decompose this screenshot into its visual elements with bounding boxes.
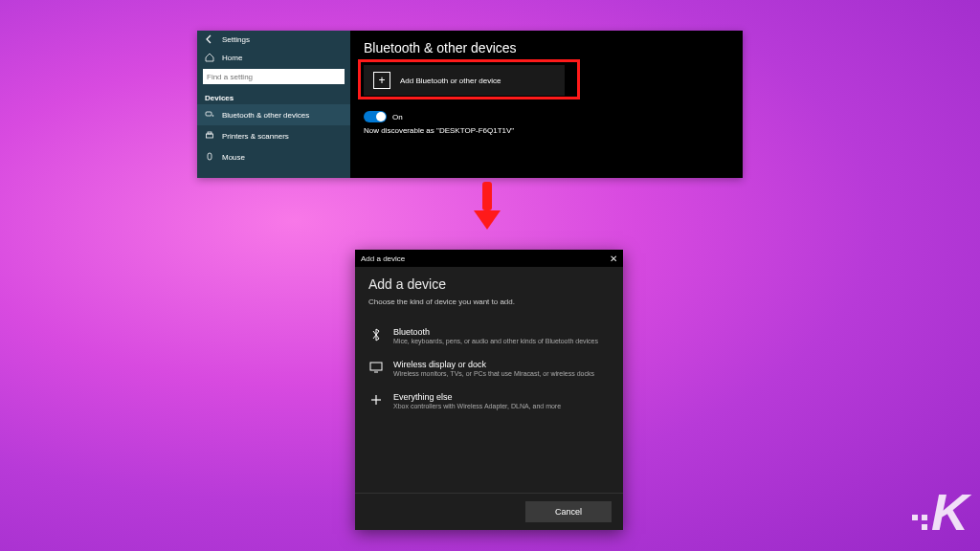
svg-rect-2 xyxy=(207,134,213,138)
bluetooth-toggle[interactable] xyxy=(364,111,387,122)
dialog-titlebar: Add a device ✕ xyxy=(355,250,623,267)
home-icon xyxy=(205,53,214,62)
dialog-title: Add a device xyxy=(361,254,405,263)
bluetooth-icon xyxy=(368,327,384,342)
back-icon[interactable] xyxy=(205,34,214,44)
toggle-label: On xyxy=(392,113,403,121)
option-desc: Mice, keyboards, pens, or audio and othe… xyxy=(393,338,598,344)
settings-sidebar: Settings Home Devices Bluetooth & other … xyxy=(197,31,350,178)
display-icon xyxy=(368,360,384,375)
logo-letter: K xyxy=(931,482,967,541)
dialog-subheading: Choose the kind of device you want to ad… xyxy=(368,298,610,306)
sidebar-item-label: Printers & scanners xyxy=(222,132,289,141)
sidebar-item-mouse[interactable]: Mouse xyxy=(197,146,350,167)
dialog-heading: Add a device xyxy=(368,276,610,292)
instruction-arrow-icon xyxy=(472,182,502,231)
svg-rect-3 xyxy=(208,132,212,134)
option-title: Everything else xyxy=(393,392,561,402)
sidebar-item-label: Mouse xyxy=(222,153,245,162)
settings-window: Settings Home Devices Bluetooth & other … xyxy=(197,31,743,178)
svg-rect-0 xyxy=(206,112,212,116)
search-input[interactable] xyxy=(203,69,345,84)
bluetooth-toggle-row: On xyxy=(364,111,729,122)
section-label-devices: Devices xyxy=(197,90,350,104)
bluetooth-devices-icon xyxy=(205,110,214,120)
settings-main: Bluetooth & other devices + Add Bluetoot… xyxy=(350,31,743,178)
add-device-label: Add Bluetooth or other device xyxy=(400,77,501,85)
sidebar-item-printers[interactable]: Printers & scanners xyxy=(197,125,350,146)
option-desc: Xbox controllers with Wireless Adapter, … xyxy=(393,403,561,409)
option-wireless-display[interactable]: Wireless display or dock Wireless monito… xyxy=(368,352,610,385)
mouse-icon xyxy=(205,152,214,162)
sidebar-header: Settings xyxy=(197,31,350,48)
svg-rect-4 xyxy=(208,153,212,160)
dialog-body: Add a device Choose the kind of device y… xyxy=(355,267,623,493)
brand-logo: K xyxy=(912,482,967,541)
option-everything-else[interactable]: Everything else Xbox controllers with Wi… xyxy=(368,385,610,417)
svg-rect-5 xyxy=(370,363,382,370)
option-bluetooth[interactable]: Bluetooth Mice, keyboards, pens, or audi… xyxy=(368,320,610,352)
cancel-button[interactable]: Cancel xyxy=(525,501,612,522)
svg-point-1 xyxy=(212,115,214,117)
plus-icon: + xyxy=(373,72,390,89)
sidebar-item-label: Bluetooth & other devices xyxy=(222,111,309,120)
option-title: Bluetooth xyxy=(393,327,598,337)
page-title: Bluetooth & other devices xyxy=(364,40,729,55)
sidebar-item-home[interactable]: Home xyxy=(197,48,350,67)
add-device-dialog: Add a device ✕ Add a device Choose the k… xyxy=(355,250,623,530)
settings-title: Settings xyxy=(222,35,250,44)
home-label: Home xyxy=(222,54,242,62)
dialog-footer: Cancel xyxy=(355,493,623,530)
plus-icon xyxy=(368,392,384,408)
close-icon[interactable]: ✕ xyxy=(610,253,617,264)
logo-dots-icon xyxy=(912,515,927,530)
printer-icon xyxy=(205,131,214,141)
option-desc: Wireless monitors, TVs, or PCs that use … xyxy=(393,370,594,377)
sidebar-item-bluetooth[interactable]: Bluetooth & other devices xyxy=(197,104,350,125)
option-title: Wireless display or dock xyxy=(393,360,594,369)
add-device-button[interactable]: + Add Bluetooth or other device xyxy=(364,65,565,96)
discoverable-text: Now discoverable as "DESKTOP-F6Q1T1V" xyxy=(364,126,729,135)
